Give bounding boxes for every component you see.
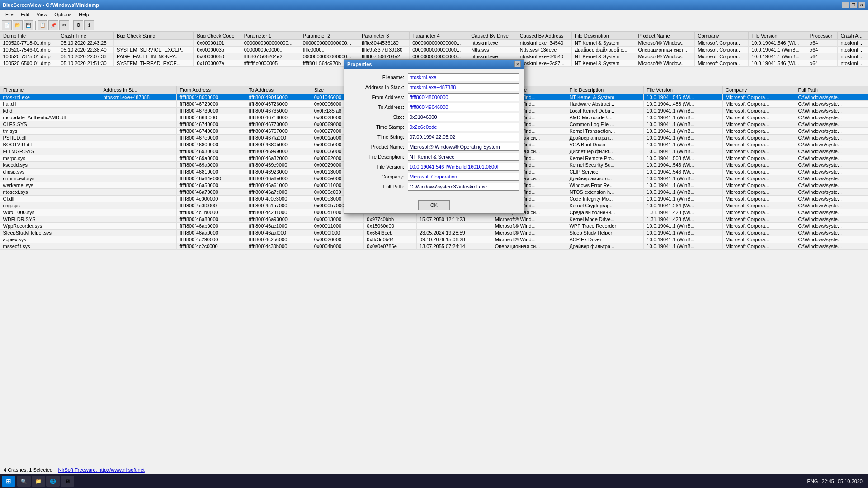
dialog-row-size: Size: <box>349 113 519 121</box>
dialog-row-full-path: Full Path: <box>349 183 519 191</box>
dialog-row-file-version: File Version: <box>349 163 519 171</box>
dialog-label-company: Company: <box>349 174 408 179</box>
dialog-input-from-address[interactable] <box>408 93 519 101</box>
taskbar: ⊞ 🔍 📁 🌐 🖥 ENG 22:45 05.10.2020 <box>0 474 868 488</box>
dialog-row-time-string: Time String: <box>349 133 519 141</box>
dialog-close-button[interactable]: ✕ <box>514 61 521 67</box>
dialog-row-to-address: To Address: <box>349 103 519 111</box>
dialog-input-address-in-stack[interactable] <box>408 83 519 91</box>
dialog-row-from-address: From Address: <box>349 93 519 101</box>
taskbar-search[interactable]: 🔍 <box>17 476 31 487</box>
dialog-input-file-description[interactable] <box>408 153 519 161</box>
dialog-label-address-in-stack: Address In Stack: <box>349 84 408 90</box>
dialog-input-product-name[interactable] <box>408 143 519 151</box>
taskbar-lang: ENG <box>807 479 818 484</box>
dialog-label-time-string: Time String: <box>349 134 408 140</box>
dialog-row-address-in-stack: Address In Stack: <box>349 83 519 91</box>
dialog-label-product-name: Product Name: <box>349 144 408 150</box>
taskbar-browser[interactable]: 🌐 <box>46 476 60 487</box>
dialog-row-filename: Filename: <box>349 73 519 81</box>
dialog-label-to-address: To Address: <box>349 104 408 110</box>
dialog-label-size: Size: <box>349 114 408 120</box>
dialog-title: Properties <box>347 61 372 67</box>
dialog-row-file-description: File Description: <box>349 153 519 161</box>
dialog-label-time-stamp: Time Stamp: <box>349 124 408 130</box>
dialog-input-time-stamp[interactable] <box>408 123 519 131</box>
dialog-row-company: Company: <box>349 173 519 181</box>
modal-overlay: Properties ✕ Filename: Address In Stack:… <box>0 0 868 474</box>
dialog-input-filename[interactable] <box>408 73 519 81</box>
properties-dialog: Properties ✕ Filename: Address In Stack:… <box>344 59 524 214</box>
dialog-input-size[interactable] <box>408 113 519 121</box>
dialog-title-bar: Properties ✕ <box>344 60 524 69</box>
start-button[interactable]: ⊞ <box>2 476 15 487</box>
dialog-input-to-address[interactable] <box>408 103 519 111</box>
taskbar-file-explorer[interactable]: 📁 <box>32 476 45 487</box>
dialog-ok-button[interactable]: OK <box>418 200 450 210</box>
dialog-label-filename: Filename: <box>349 75 408 80</box>
dialog-row-product-name: Product Name: <box>349 143 519 151</box>
dialog-input-time-string[interactable] <box>408 133 519 141</box>
taskbar-date: 05.10.2020 <box>838 479 863 484</box>
dialog-label-from-address: From Address: <box>349 94 408 100</box>
dialog-label-full-path: Full Path: <box>349 184 408 189</box>
taskbar-app[interactable]: 🖥 <box>61 476 74 487</box>
dialog-label-file-description: File Description: <box>349 154 408 160</box>
dialog-label-file-version: File Version: <box>349 164 408 169</box>
dialog-input-file-version[interactable] <box>408 163 519 171</box>
taskbar-right: ENG 22:45 05.10.2020 <box>807 479 866 484</box>
dialog-row-time-stamp: Time Stamp: <box>349 123 519 131</box>
taskbar-items: 🔍 📁 🌐 🖥 <box>17 476 74 487</box>
dialog-input-full-path[interactable] <box>408 183 519 191</box>
dialog-content: Filename: Address In Stack: From Address… <box>344 69 524 197</box>
taskbar-time: 22:45 <box>821 479 834 484</box>
dialog-footer: OK <box>344 197 524 213</box>
dialog-input-company[interactable] <box>408 173 519 181</box>
